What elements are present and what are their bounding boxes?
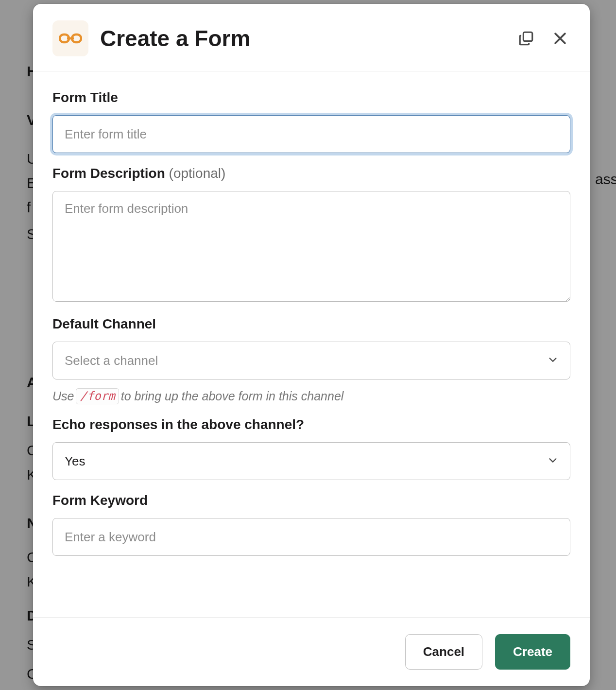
echo-responses-value: Yes xyxy=(65,454,85,469)
link-icon xyxy=(59,32,82,45)
modal-footer: Cancel Create xyxy=(33,617,590,686)
close-icon xyxy=(552,30,568,47)
header-actions xyxy=(516,28,570,49)
modal-header: Create a Form xyxy=(33,4,590,71)
slash-command-code: /form xyxy=(76,388,119,404)
form-description-input[interactable] xyxy=(52,191,570,302)
modal-title: Create a Form xyxy=(100,25,504,52)
close-button[interactable] xyxy=(550,28,570,49)
echo-responses-group: Echo responses in the above channel? Yes xyxy=(52,417,570,480)
create-form-modal: Create a Form Form Title Form xyxy=(33,4,590,686)
create-button[interactable]: Create xyxy=(495,634,570,670)
form-keyword-group: Form Keyword xyxy=(52,493,570,556)
form-description-label: Form Description (optional) xyxy=(52,166,570,181)
channel-hint: Use /form to bring up the above form in … xyxy=(52,388,570,404)
form-keyword-label: Form Keyword xyxy=(52,493,570,508)
default-channel-value: Select a channel xyxy=(65,353,158,368)
default-channel-select[interactable]: Select a channel xyxy=(52,342,570,380)
popout-icon xyxy=(518,30,534,47)
echo-responses-label: Echo responses in the above channel? xyxy=(52,417,570,432)
modal-body: Form Title Form Description (optional) D… xyxy=(33,71,590,617)
chevron-down-icon xyxy=(548,353,558,368)
echo-responses-select[interactable]: Yes xyxy=(52,442,570,480)
form-keyword-input[interactable] xyxy=(52,518,570,556)
cancel-button[interactable]: Cancel xyxy=(405,634,482,670)
default-channel-label: Default Channel xyxy=(52,316,570,332)
form-title-group: Form Title xyxy=(52,90,570,153)
form-title-label: Form Title xyxy=(52,90,570,105)
form-title-input[interactable] xyxy=(52,115,570,153)
default-channel-group: Default Channel Select a channel Use /fo… xyxy=(52,316,570,404)
svg-rect-3 xyxy=(523,32,532,41)
form-description-group: Form Description (optional) xyxy=(52,166,570,304)
chevron-down-icon xyxy=(548,454,558,469)
popout-button[interactable] xyxy=(516,28,536,49)
app-icon xyxy=(52,20,88,56)
